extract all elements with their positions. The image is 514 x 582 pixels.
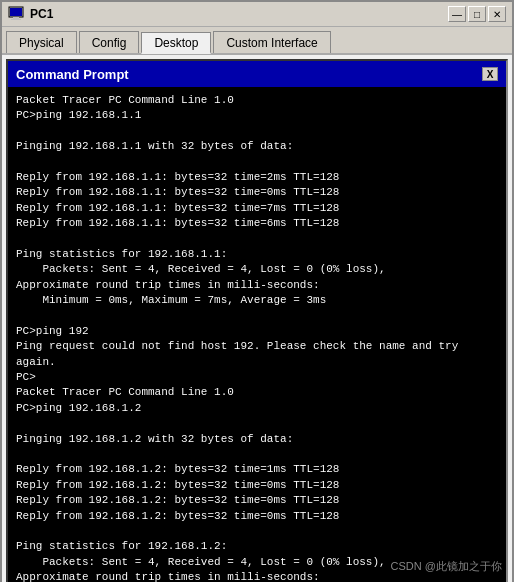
title-bar-left: PC1	[8, 6, 53, 22]
maximize-button[interactable]: □	[468, 6, 486, 22]
close-button[interactable]: ✕	[488, 6, 506, 22]
cmd-close-button[interactable]: X	[482, 67, 498, 81]
cmd-body[interactable]: Packet Tracer PC Command Line 1.0 PC>pin…	[8, 87, 506, 582]
tab-desktop[interactable]: Desktop	[141, 32, 211, 54]
cmd-title: Command Prompt	[16, 67, 129, 82]
watermark: CSDN @此镜加之于你	[391, 559, 502, 574]
window-title: PC1	[30, 7, 53, 21]
pc-icon	[8, 6, 24, 22]
tab-physical[interactable]: Physical	[6, 31, 77, 53]
main-window: PC1 — □ ✕ Physical Config Desktop Custom…	[0, 0, 514, 582]
cmd-title-bar: Command Prompt X	[8, 61, 506, 87]
title-bar-controls: — □ ✕	[448, 6, 506, 22]
svg-rect-2	[13, 17, 19, 19]
tab-custom-interface[interactable]: Custom Interface	[213, 31, 330, 53]
svg-rect-3	[11, 19, 21, 20]
command-prompt-window: Command Prompt X Packet Tracer PC Comman…	[6, 59, 508, 582]
svg-rect-1	[10, 8, 22, 16]
title-bar: PC1 — □ ✕	[2, 2, 512, 27]
content-area: Command Prompt X Packet Tracer PC Comman…	[2, 55, 512, 582]
tabs-bar: Physical Config Desktop Custom Interface	[2, 27, 512, 55]
tab-config[interactable]: Config	[79, 31, 140, 53]
minimize-button[interactable]: —	[448, 6, 466, 22]
